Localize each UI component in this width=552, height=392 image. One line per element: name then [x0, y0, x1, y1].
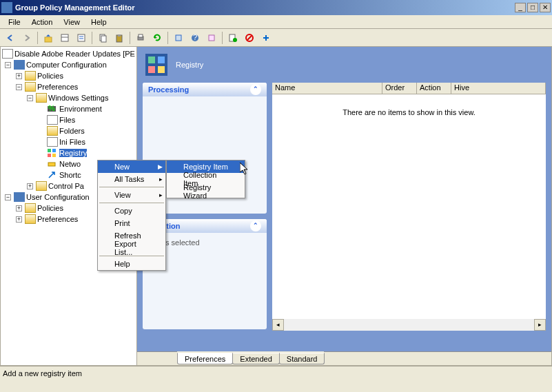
network-icon — [47, 159, 58, 169]
scroll-left[interactable]: ◂ — [272, 319, 284, 331]
show-button[interactable] — [57, 30, 72, 45]
tree-environment[interactable]: %Environment — [2, 103, 135, 114]
svg-rect-15 — [209, 35, 214, 41]
content-pane: Registry Processing⌃ scription⌃ olicies … — [137, 47, 552, 366]
context-menu: New▶ All Tasks▸ View▸ Copy Print Refresh… — [97, 160, 166, 271]
svg-rect-3 — [78, 34, 85, 41]
col-order[interactable]: Order — [382, 83, 417, 94]
tool-b[interactable] — [204, 30, 219, 45]
main-area: Disable Adobe Reader Updates [PE −Comput… — [0, 47, 552, 366]
tree-preferences[interactable]: −Preferences — [2, 81, 135, 92]
registry-header-icon — [145, 54, 167, 76]
horizontal-scrollbar[interactable]: ◂ ▸ — [272, 319, 546, 331]
collapse-description[interactable]: ⌃ — [250, 220, 261, 231]
menu-file[interactable]: File — [3, 17, 26, 28]
svg-line-19 — [247, 36, 252, 40]
tab-standard[interactable]: Standard — [279, 353, 325, 364]
tree-registry[interactable]: Registry — [2, 147, 135, 158]
ctx-copy[interactable]: Copy — [98, 205, 165, 217]
tree-files[interactable]: Files — [2, 114, 135, 125]
minimize-button[interactable]: _ — [515, 3, 526, 12]
list-panel: Name Order Action Hive There are no item… — [272, 83, 546, 331]
tree-folders[interactable]: Folders — [2, 125, 135, 136]
svg-rect-11 — [139, 34, 143, 37]
svg-rect-25 — [52, 149, 56, 152]
menu-help[interactable]: Help — [85, 17, 112, 28]
empty-message: There are no items to show in this view. — [343, 108, 476, 116]
ini-icon — [47, 137, 58, 147]
svg-text:?: ? — [193, 33, 197, 41]
tool-a[interactable] — [171, 30, 186, 45]
maximize-button[interactable]: □ — [527, 3, 538, 12]
menubar: File Action View Help — [0, 15, 552, 29]
panels-area: Processing⌃ scription⌃ olicies selected … — [137, 83, 551, 331]
details-button[interactable] — [74, 30, 89, 45]
list-body[interactable]: There are no items to show in this view. — [272, 94, 546, 319]
help-button[interactable]: ? — [187, 30, 203, 45]
collapse-processing[interactable]: ⌃ — [250, 84, 261, 95]
svg-rect-1 — [61, 34, 68, 41]
paste-button[interactable] — [112, 30, 127, 45]
registry-icon — [47, 148, 58, 158]
list-header: Name Order Action Hive — [272, 83, 546, 94]
tree-ini[interactable]: Ini Files — [2, 136, 135, 147]
tab-preferences[interactable]: Preferences — [177, 353, 233, 364]
titlebar: Group Policy Management Editor _ □ ✕ — [0, 0, 552, 15]
tree-comp-cfg[interactable]: −Computer Configuration — [2, 59, 135, 70]
environment-icon: % — [47, 104, 58, 114]
tree-root[interactable]: Disable Adobe Reader Updates [PE — [2, 48, 135, 59]
col-name[interactable]: Name — [272, 83, 382, 94]
refresh-button[interactable] — [150, 30, 165, 45]
svg-rect-26 — [48, 154, 51, 157]
content-header: Registry — [137, 47, 551, 83]
svg-rect-7 — [101, 36, 106, 42]
tree-policies[interactable]: +Policies — [2, 70, 135, 81]
ctx-registry-wizard[interactable]: Registry Wizard — [167, 185, 245, 198]
ctx-new[interactable]: New▶ — [98, 161, 165, 173]
svg-rect-28 — [48, 163, 55, 166]
svg-rect-27 — [52, 154, 56, 157]
svg-rect-32 — [158, 66, 165, 73]
tool-c[interactable] — [225, 30, 241, 45]
col-hive[interactable]: Hive — [451, 83, 546, 94]
ctx-export[interactable]: Export List... — [98, 242, 165, 254]
tab-extended[interactable]: Extended — [232, 353, 279, 364]
toolbar: ? — [0, 29, 552, 47]
statusbar: Add a new registry item — [0, 366, 552, 380]
stop-button[interactable] — [242, 30, 257, 45]
svg-point-17 — [233, 38, 237, 42]
tree-win-settings[interactable]: −Windows Settings — [2, 92, 135, 103]
bottom-tabs: Preferences Extended Standard — [137, 351, 551, 365]
forward-button[interactable] — [19, 30, 34, 45]
svg-rect-24 — [48, 149, 51, 152]
ctx-print[interactable]: Print — [98, 217, 165, 229]
add-button[interactable] — [258, 30, 274, 45]
window-title: Group Policy Management Editor — [15, 3, 515, 12]
svg-rect-9 — [118, 34, 121, 37]
up-button[interactable] — [41, 30, 56, 45]
svg-rect-31 — [148, 66, 155, 73]
copy-button[interactable] — [95, 30, 110, 45]
files-icon — [47, 115, 58, 125]
context-submenu-new: Registry Item Collection Item Registry W… — [166, 160, 245, 198]
back-button[interactable] — [3, 30, 18, 45]
ctx-help[interactable]: Help — [98, 258, 165, 270]
ctx-alltasks[interactable]: All Tasks▸ — [98, 173, 165, 185]
col-action[interactable]: Action — [417, 83, 451, 94]
menu-view[interactable]: View — [58, 17, 85, 28]
ctx-view[interactable]: View▸ — [98, 189, 165, 201]
content-title: Registry — [176, 61, 203, 69]
svg-rect-29 — [148, 56, 155, 63]
close-button[interactable]: ✕ — [540, 3, 551, 12]
print-button[interactable] — [133, 30, 148, 45]
shortcuts-icon — [47, 170, 58, 180]
app-icon — [1, 2, 12, 13]
scroll-right[interactable]: ▸ — [534, 319, 546, 331]
status-text: Add a new registry item — [3, 369, 82, 378]
svg-rect-0 — [45, 37, 52, 42]
folders-icon — [47, 126, 58, 136]
svg-rect-30 — [158, 56, 165, 63]
menu-action[interactable]: Action — [26, 17, 59, 28]
processing-title: Processing — [148, 85, 189, 94]
svg-rect-12 — [176, 35, 181, 41]
